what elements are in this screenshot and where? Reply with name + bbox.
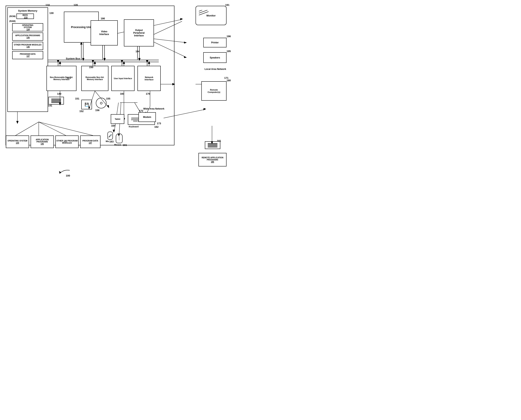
svg-line-38 bbox=[153, 39, 186, 43]
other-modules-bottom-label: OTHER 146 PROGRAM MODULES bbox=[56, 140, 78, 144]
app-programs-top-label: APPLICATION PROGRAMS bbox=[15, 34, 40, 37]
os-bottom-ref: 144 bbox=[16, 142, 19, 144]
remote-app-programs-box: REMOTE APPLICATION PROGRAMS 185 bbox=[198, 153, 227, 166]
svg-marker-75 bbox=[59, 171, 61, 174]
video-interface-label: Video Interface bbox=[99, 30, 109, 36]
cd-icon bbox=[96, 98, 106, 108]
network-interface-box: Network Interface bbox=[137, 66, 161, 91]
wan-label: Wide Area Network bbox=[143, 107, 164, 110]
non-removable-label: Non-Removable Non-Vol. Memory Interface bbox=[47, 76, 76, 81]
ref-110: 110 bbox=[45, 3, 50, 6]
ref-164: 164 bbox=[111, 124, 115, 127]
remote-app-programs-label: REMOTE APPLICATION PROGRAMS bbox=[199, 157, 226, 161]
ref-121: 121 bbox=[67, 76, 71, 79]
ref-156: 156 bbox=[95, 109, 99, 112]
speakers-label: Speakers bbox=[210, 56, 220, 59]
ref-195: 195 bbox=[227, 50, 231, 53]
app-programs-bottom-label: APPLICATION PROGRAMS bbox=[31, 139, 53, 143]
svg-marker-34 bbox=[146, 60, 148, 63]
ref-141: 141 bbox=[48, 104, 52, 107]
svg-marker-22 bbox=[57, 60, 59, 63]
svg-marker-74 bbox=[16, 121, 19, 124]
diagram: 110 120 System Memory (ROM) BIOS 133 (RA… bbox=[0, 0, 232, 188]
ref-190: 190 bbox=[101, 17, 105, 20]
svg-marker-20 bbox=[59, 61, 61, 64]
ref-150: 150 bbox=[89, 66, 93, 69]
svg-line-40 bbox=[153, 42, 186, 57]
ref-196: 196 bbox=[227, 35, 231, 38]
ref-181: 181 bbox=[217, 139, 221, 142]
monitor-box: Monitor bbox=[196, 6, 227, 25]
remote-computer-box: Remote Computer(s) bbox=[201, 81, 227, 101]
app-programs-top-box: APPLICATION PROGRAMS 135 bbox=[12, 32, 43, 41]
modem-label: Modem bbox=[143, 116, 151, 119]
floppy-icon: 💾 bbox=[81, 100, 92, 109]
processing-unit-label: Processing Unit bbox=[71, 26, 92, 29]
mouse-icon bbox=[116, 134, 122, 143]
rom-label: (ROM) bbox=[9, 15, 16, 17]
svg-line-44 bbox=[15, 122, 39, 135]
ref-155: 155 bbox=[106, 97, 110, 100]
tablet-box: Tablet bbox=[111, 114, 124, 124]
user-input-label: User Input Interface bbox=[114, 77, 132, 80]
os-bottom-label: OPERATING SYSTEM bbox=[8, 140, 28, 142]
svg-marker-30 bbox=[121, 60, 123, 63]
other-modules-top-box: OTHER PROGRAM MODULES 136 bbox=[12, 42, 43, 50]
svg-marker-24 bbox=[94, 61, 96, 64]
svg-marker-59 bbox=[203, 108, 206, 110]
bios-label: BIOS bbox=[23, 14, 28, 16]
mic-icon: 🎤 bbox=[107, 132, 113, 140]
printer-label: Printer bbox=[211, 41, 219, 44]
remote-hdd-icon bbox=[205, 141, 220, 149]
program-data-bottom-box: PROGRAM DATA 147 bbox=[80, 135, 100, 148]
os-top-ref: 134 bbox=[27, 29, 30, 30]
svg-marker-32 bbox=[148, 61, 150, 64]
system-memory-container: System Memory (ROM) BIOS 133 (RAM) OPERA… bbox=[7, 7, 48, 112]
ref-160: 160 bbox=[120, 92, 124, 95]
system-bus-label: System Bus bbox=[66, 57, 80, 60]
svg-marker-41 bbox=[184, 56, 187, 58]
svg-marker-28 bbox=[123, 61, 125, 64]
ref-140: 140 bbox=[57, 92, 61, 95]
video-interface-box: Video Interface bbox=[91, 20, 118, 45]
os-bottom-box: OPERATING SYSTEM 144 bbox=[6, 135, 29, 148]
output-peripheral-box: Output Peripheral Interface bbox=[124, 19, 154, 46]
program-data-top-label: PROGRAM DATA bbox=[20, 53, 35, 55]
app-programs-bottom-ref: 145 bbox=[41, 143, 44, 145]
bios-ref: 133 bbox=[24, 16, 28, 19]
svg-marker-12 bbox=[103, 58, 106, 61]
removable-box: Removable Non-Vol. Memory Interface bbox=[81, 66, 108, 91]
ref-151: 151 bbox=[75, 97, 79, 100]
speakers-box: Speakers bbox=[203, 52, 227, 63]
printer-box: Printer bbox=[203, 38, 227, 47]
mic-label: Mic bbox=[106, 140, 109, 142]
ref-180: 180 bbox=[227, 79, 231, 82]
app-programs-top-ref: 135 bbox=[27, 37, 30, 39]
svg-marker-4 bbox=[82, 58, 84, 61]
system-memory-title: System Memory bbox=[18, 9, 37, 12]
non-removable-box: Non-Removable Non-Vol. Memory Interface bbox=[46, 66, 76, 91]
svg-line-37 bbox=[153, 21, 182, 35]
mouse-label: Mouse bbox=[114, 144, 121, 146]
ref-130: 130 bbox=[49, 12, 54, 15]
ref-163: 163 bbox=[109, 140, 114, 143]
svg-marker-39 bbox=[184, 42, 187, 44]
svg-marker-69 bbox=[113, 130, 115, 133]
svg-line-47 bbox=[39, 122, 93, 135]
svg-marker-53 bbox=[172, 83, 175, 85]
ref-162: 162 bbox=[154, 125, 159, 128]
ram-label: (RAM) bbox=[9, 20, 46, 22]
svg-marker-26 bbox=[92, 60, 94, 63]
ref-191: 191 bbox=[225, 3, 229, 6]
program-data-top-ref: 137 bbox=[27, 55, 30, 57]
keyboard-label: Keyboard bbox=[129, 125, 139, 128]
app-programs-bottom-box: APPLICATION PROGRAMS 145 bbox=[30, 135, 54, 148]
tablet-label: Tablet bbox=[115, 118, 121, 120]
other-modules-top-ref: 136 bbox=[27, 46, 30, 48]
program-data-bottom-label: PROGRAM DATA bbox=[83, 140, 98, 142]
svg-marker-36 bbox=[180, 18, 183, 20]
ref-194: 194 bbox=[136, 50, 140, 53]
lan-label: Local Area Network bbox=[204, 68, 226, 70]
hdd-icon bbox=[48, 97, 64, 105]
ref-152: 152 bbox=[79, 110, 84, 113]
